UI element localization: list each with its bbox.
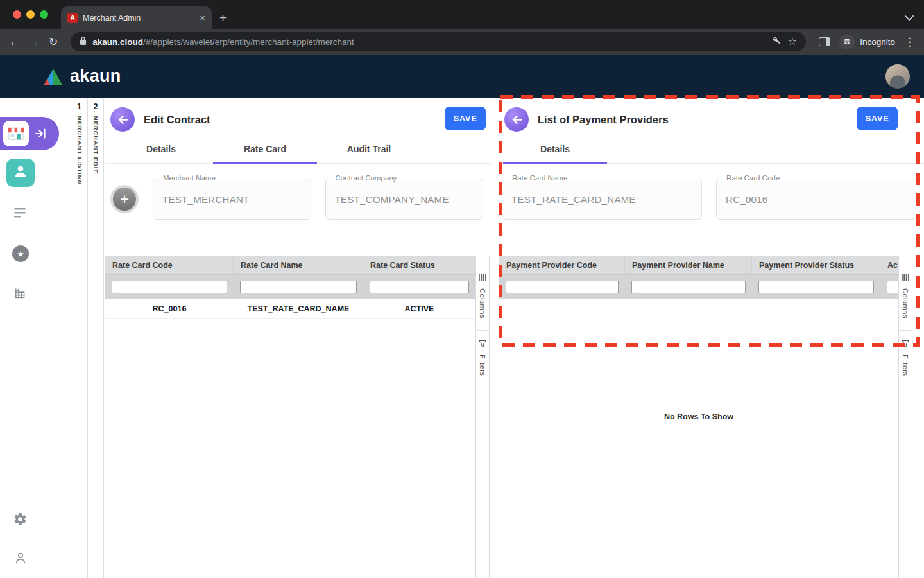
brand-name: akaun [70, 66, 121, 86]
sidebar-item-listing[interactable] [13, 207, 28, 222]
password-key-icon[interactable] [771, 35, 782, 49]
merchant-name-field[interactable]: Merchant Name TEST_MERCHANT [153, 179, 311, 220]
side-panel-icon[interactable] [819, 37, 830, 46]
columns-icon [479, 272, 486, 284]
new-tab-button[interactable]: + [219, 12, 227, 24]
tab-details[interactable]: Details [503, 135, 607, 163]
workflow-step-merchant-edit[interactable]: 2 MERCHANT EDIT [87, 98, 104, 578]
sidebar-item-settings[interactable] [13, 512, 28, 529]
columns-icon [902, 272, 909, 284]
side-tab-label: Columns [479, 288, 486, 319]
add-rate-card-button[interactable]: + [110, 185, 139, 213]
cell-rate-card-code: RC_0016 [105, 304, 234, 313]
field-label: Merchant Name [160, 174, 219, 182]
zoom-window-button[interactable] [40, 10, 48, 19]
grid-filter-row [105, 275, 475, 299]
workflow-step-merchant-listing[interactable]: 1 MERCHANT LISTING [71, 98, 87, 578]
rate-card-grid: Rate Card Code Rate Card Name Rate Card … [105, 256, 491, 578]
field-value: TEST_MERCHANT [162, 194, 250, 205]
filter-input-provider-extra[interactable] [887, 281, 898, 293]
forward-button[interactable]: → [29, 37, 40, 48]
star-icon: ★ [12, 245, 29, 262]
step-label: MERCHANT LISTING [76, 116, 83, 186]
contract-company-field[interactable]: Contract Company TEST_COMPANY_NAME [325, 179, 484, 220]
empty-grid-message: No Rows To Show [499, 412, 898, 421]
window-controls [13, 10, 48, 19]
sidebar-item-organization[interactable] [13, 286, 27, 302]
column-header[interactable]: Payment Provider Status [752, 256, 880, 274]
filter-funnel-icon [479, 338, 486, 350]
akaun-logo: akaun [42, 66, 121, 86]
filter-input-provider-name[interactable] [631, 281, 746, 293]
grid-side-bar: Columns Filters [475, 256, 490, 578]
user-avatar[interactable] [886, 64, 910, 89]
field-value: TEST_COMPANY_NAME [335, 194, 449, 205]
save-button[interactable]: SAVE [857, 107, 898, 130]
page-title: Edit Contract [144, 114, 210, 126]
field-value: TEST_RATE_CARD_NAME [511, 194, 636, 205]
url-text: akaun.cloud/#/applets/wavelet/erp/entity… [92, 37, 354, 47]
list-icon [13, 207, 28, 222]
payment-providers-panel: List of Payment Providers SAVE Details R… [499, 98, 924, 578]
filter-input-rate-card-status[interactable] [370, 281, 469, 293]
minimize-window-button[interactable] [26, 10, 35, 19]
cell-rate-card-status: ACTIVE [363, 304, 475, 313]
filter-input-provider-status[interactable] [758, 281, 874, 293]
column-header[interactable]: Rate Card Code [105, 256, 234, 274]
incognito-label: Incognito [860, 37, 895, 47]
tab-audit-trail[interactable]: Audit Trail [317, 135, 421, 163]
sidebar-item-merchant-active[interactable] [0, 117, 59, 150]
filters-side-tab[interactable]: Filters [476, 330, 489, 383]
back-button[interactable] [504, 107, 529, 132]
filter-input-rate-card-code[interactable] [112, 281, 227, 293]
incognito-badge: Incognito [839, 34, 895, 49]
field-label: Contract Company [332, 174, 400, 182]
column-header[interactable]: Payment Provider Name [625, 256, 752, 274]
bookmark-star-icon[interactable]: ☆ [788, 37, 797, 47]
tab-title: Merchant Admin [83, 13, 194, 22]
login-arrow-icon [34, 128, 47, 139]
tab-details[interactable]: Details [109, 135, 213, 163]
columns-side-tab[interactable]: Columns [476, 265, 489, 326]
step-number: 1 [77, 102, 81, 111]
edit-contract-panel: Edit Contract SAVE Details Rate Card Aud… [105, 98, 491, 578]
grid-rows: RC_0016 TEST_RATE_CARD_NAME ACTIVE [105, 299, 475, 578]
close-window-button[interactable] [13, 10, 21, 19]
tab-close-icon[interactable]: × [200, 13, 205, 22]
sidebar-item-contacts[interactable] [6, 159, 35, 187]
person-icon [12, 163, 29, 182]
address-bar[interactable]: akaun.cloud/#/applets/wavelet/erp/entity… [71, 32, 806, 51]
column-header[interactable]: Ac [880, 256, 898, 274]
filter-funnel-icon [902, 338, 909, 350]
field-label: Rate Card Name [509, 174, 570, 182]
save-button[interactable]: SAVE [445, 107, 486, 130]
grid-filter-row [499, 275, 898, 299]
side-tab-label: Columns [902, 288, 909, 319]
reload-button[interactable]: ↻ [49, 37, 58, 48]
filter-input-provider-code[interactable] [506, 281, 619, 293]
screen: A Merchant Admin × + ← → ↻ akaun.cloud/#… [0, 0, 924, 578]
rate-card-code-field[interactable]: Rate Card Code RC_0016 [716, 179, 916, 220]
sidebar: ★ [0, 98, 41, 578]
filter-input-rate-card-name[interactable] [240, 281, 357, 293]
browser-menu-icon[interactable]: ⋮ [904, 37, 915, 48]
tab-rate-card[interactable]: Rate Card [213, 135, 317, 163]
filters-side-tab[interactable]: Filters [899, 330, 912, 383]
side-tab-label: Filters [479, 355, 486, 376]
back-button[interactable] [110, 107, 135, 132]
panel-header: List of Payment Providers SAVE [499, 98, 924, 135]
tab-favicon: A [67, 13, 78, 23]
column-header[interactable]: Payment Provider Code [499, 256, 625, 274]
back-button[interactable]: ← [9, 37, 20, 48]
sidebar-item-favorites[interactable]: ★ [12, 245, 29, 262]
browser-tab[interactable]: A Merchant Admin × [61, 6, 212, 29]
grid-rows: No Rows To Show [499, 299, 898, 578]
table-row[interactable]: RC_0016 TEST_RATE_CARD_NAME ACTIVE [105, 299, 475, 319]
column-header[interactable]: Rate Card Status [363, 256, 475, 274]
chevron-down-icon[interactable] [905, 12, 914, 23]
columns-side-tab[interactable]: Columns [899, 265, 912, 326]
sidebar-item-profile[interactable] [13, 551, 28, 568]
column-header[interactable]: Rate Card Name [234, 256, 363, 274]
person-outline-icon [13, 551, 28, 568]
rate-card-name-field[interactable]: Rate Card Name TEST_RATE_CARD_NAME [502, 179, 702, 220]
